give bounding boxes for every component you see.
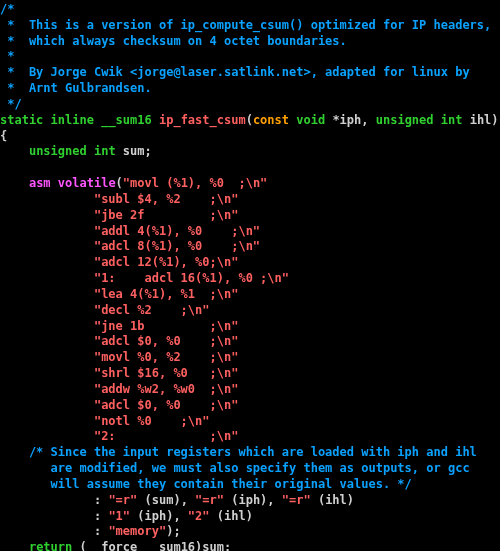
code-token: __sum16	[101, 113, 159, 127]
code-line: unsigned int sum;	[0, 144, 500, 160]
code-token: "1"	[108, 509, 130, 523]
code-token: "decl %2 ;\n"	[94, 303, 210, 317]
code-token: * This is a version of ip_compute_csum()…	[0, 18, 491, 32]
code-token: "subl $4, %2 ;\n"	[94, 192, 239, 206]
code-token: (ihl)	[311, 493, 354, 507]
code-line: "1: adcl 16(%1), %0 ;\n"	[0, 271, 500, 287]
code-token: (ihl)	[210, 509, 253, 523]
code-line: "lea 4(%1), %1 ;\n"	[0, 287, 500, 303]
code-line: {	[0, 129, 500, 145]
code-token: * By Jorge Cwik <jorge@laser.satlink.net…	[0, 65, 470, 79]
code-token: "movl (%1), %0 ;\n"	[123, 176, 268, 190]
code-token: unsigned int	[29, 144, 123, 158]
code-line: "adcl $0, %0 ;\n"	[0, 398, 500, 414]
code-token: const	[253, 113, 296, 127]
code-line: * This is a version of ip_compute_csum()…	[0, 18, 500, 34]
code-line: asm volatile("movl (%1), %0 ;\n"	[0, 176, 500, 192]
code-token: "adcl $0, %0 ;\n"	[94, 398, 239, 412]
code-token: static inline	[0, 113, 101, 127]
code-line: "adcl 12(%1), %0;\n"	[0, 255, 500, 271]
code-line	[0, 160, 500, 176]
code-token: (__force __sum16)sum;	[79, 540, 231, 551]
code-line: "adcl 8(%1), %0 ;\n"	[0, 239, 500, 255]
code-token: are modified, we must also specify them …	[0, 461, 470, 475]
code-token: "=r"	[282, 493, 311, 507]
code-token: :	[0, 493, 108, 507]
code-token: :	[0, 524, 108, 538]
code-token: "movl %0, %2 ;\n"	[94, 350, 239, 364]
code-line: * Arnt Gulbrandsen.	[0, 81, 500, 97]
code-token	[0, 208, 94, 222]
code-token: "=r"	[195, 493, 224, 507]
code-token: "memory"	[108, 524, 166, 538]
code-token: *	[0, 49, 14, 63]
code-line: "shrl $16, %0 ;\n"	[0, 366, 500, 382]
code-token: /* Since the input registers which are l…	[0, 445, 477, 459]
code-token	[0, 429, 94, 443]
code-token: "lea 4(%1), %1 ;\n"	[94, 287, 239, 301]
code-token: {	[0, 129, 7, 143]
code-token: :	[0, 509, 108, 523]
code-token	[0, 271, 94, 285]
code-line: * which always checksum on 4 octet bound…	[0, 34, 500, 50]
code-token	[0, 398, 94, 412]
code-token	[0, 224, 94, 238]
code-line: static inline __sum16 ip_fast_csum(const…	[0, 113, 500, 129]
code-token	[0, 540, 29, 551]
code-line: will assume they contain their original …	[0, 477, 500, 493]
code-token: (	[246, 113, 253, 127]
code-token: return	[29, 540, 80, 551]
code-line: "subl $4, %2 ;\n"	[0, 192, 500, 208]
code-line: are modified, we must also specify them …	[0, 461, 500, 477]
code-line: : "memory");	[0, 524, 500, 540]
code-token: (iph),	[130, 509, 188, 523]
code-token: asm volatile	[29, 176, 116, 190]
code-line: * By Jorge Cwik <jorge@laser.satlink.net…	[0, 65, 500, 81]
code-line: return (__force __sum16)sum;	[0, 540, 500, 551]
code-token: (	[116, 176, 123, 190]
code-line: : "=r" (sum), "=r" (iph), "=r" (ihl)	[0, 493, 500, 509]
code-token: */	[0, 97, 22, 111]
code-line: "adcl $0, %0 ;\n"	[0, 334, 500, 350]
code-token	[0, 287, 94, 301]
code-line: "jne 1b ;\n"	[0, 319, 500, 335]
code-token	[0, 303, 94, 317]
code-token	[0, 366, 94, 380]
code-token: "jne 1b ;\n"	[94, 319, 239, 333]
code-token: "adcl $0, %0 ;\n"	[94, 334, 239, 348]
code-token: * which always checksum on 4 octet bound…	[0, 34, 347, 48]
code-token: unsigned int	[376, 113, 470, 127]
code-token: "2"	[188, 509, 210, 523]
code-block: /* * This is a version of ip_compute_csu…	[0, 0, 500, 551]
code-token	[0, 350, 94, 364]
code-token	[0, 192, 94, 206]
code-line: "notl %0 ;\n"	[0, 414, 500, 430]
code-token	[0, 334, 94, 348]
code-line: *	[0, 49, 500, 65]
code-line: "decl %2 ;\n"	[0, 303, 500, 319]
code-token	[0, 414, 94, 428]
code-token: "=r"	[108, 493, 137, 507]
code-token: "notl %0 ;\n"	[94, 414, 210, 428]
code-token: "addl 4(%1), %0 ;\n"	[94, 224, 260, 238]
code-token: "adcl 12(%1), %0;\n"	[94, 255, 239, 269]
code-line: : "1" (iph), "2" (ihl)	[0, 509, 500, 525]
code-line: */	[0, 97, 500, 113]
code-token: * Arnt Gulbrandsen.	[0, 81, 152, 95]
code-token: ip_fast_csum	[159, 113, 246, 127]
code-token: void	[296, 113, 332, 127]
code-token: "1: adcl 16(%1), %0 ;\n"	[94, 271, 289, 285]
code-token: ihl)	[470, 113, 499, 127]
code-token: (sum),	[137, 493, 195, 507]
code-token	[0, 255, 94, 269]
code-token: (iph),	[224, 493, 282, 507]
code-token: "shrl $16, %0 ;\n"	[94, 366, 239, 380]
code-token	[0, 239, 94, 253]
code-line: "addw %w2, %w0 ;\n"	[0, 382, 500, 398]
code-line: "jbe 2f ;\n"	[0, 208, 500, 224]
code-token: sum;	[123, 144, 152, 158]
code-line: /*	[0, 2, 500, 18]
code-token: "2: ;\n"	[94, 429, 239, 443]
code-token: "addw %w2, %w0 ;\n"	[94, 382, 239, 396]
code-token: );	[166, 524, 180, 538]
